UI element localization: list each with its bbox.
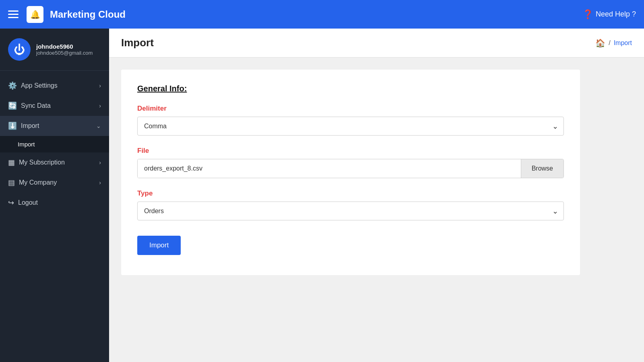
breadcrumb-home-icon[interactable]: 🏠 xyxy=(595,38,605,48)
content-header: Import 🏠 / Import xyxy=(109,29,644,58)
sidebar-subitem-import[interactable]: Import xyxy=(0,136,109,152)
chevron-sync-data: › xyxy=(99,103,101,109)
content-area: Import 🏠 / Import General Info: Delimite… xyxy=(109,29,644,362)
sidebar-item-my-subscription[interactable]: ▦ My Subscription › xyxy=(0,152,109,173)
my-subscription-icon: ▦ xyxy=(8,158,15,167)
delimiter-label: Delimiter xyxy=(137,105,564,113)
app-settings-icon: ⚙️ xyxy=(8,81,17,90)
delimiter-group: Delimiter Comma Semicolon Tab Pipe ⌄ xyxy=(137,105,564,136)
import-icon: ⬇️ xyxy=(8,121,17,130)
file-label: File xyxy=(137,147,564,155)
notification-icon: 🔔 xyxy=(30,10,40,19)
sidebar-item-label-logout: Logout xyxy=(18,199,38,206)
sidebar-item-label-my-subscription: My Subscription xyxy=(19,159,65,166)
help-text: Need Help ? xyxy=(596,10,636,19)
help-link[interactable]: ❓ Need Help ? xyxy=(582,9,636,20)
import-button[interactable]: Import xyxy=(137,236,181,255)
delimiter-select-wrapper: Comma Semicolon Tab Pipe ⌄ xyxy=(137,117,564,136)
chevron-my-subscription: › xyxy=(99,159,101,166)
app-title: Marketing Cloud xyxy=(50,9,126,20)
my-company-icon: ▤ xyxy=(8,178,15,187)
sync-data-icon: 🔄 xyxy=(8,101,17,110)
sidebar-item-label-import: Import xyxy=(21,122,39,130)
header-left: 🔔 Marketing Cloud xyxy=(8,6,126,23)
sidebar-item-app-settings[interactable]: ⚙️ App Settings › xyxy=(0,76,109,96)
chevron-app-settings: › xyxy=(99,82,101,89)
breadcrumb-current: Import xyxy=(614,39,632,47)
user-info: johndoe5960 johndoe505@gmail.com xyxy=(36,43,93,56)
type-select-wrapper: Orders Customers Products ⌄ xyxy=(137,202,564,220)
content-body: General Info: Delimiter Comma Semicolon … xyxy=(109,58,644,362)
form-card: General Info: Delimiter Comma Semicolon … xyxy=(121,70,580,275)
file-input-row: Browse xyxy=(137,159,564,178)
breadcrumb-separator: / xyxy=(609,39,610,47)
page-title: Import xyxy=(121,37,154,49)
user-email: johndoe505@gmail.com xyxy=(36,50,93,56)
sidebar-item-sync-data[interactable]: 🔄 Sync Data › xyxy=(0,96,109,116)
sidebar-item-logout[interactable]: ↪ Logout xyxy=(0,193,109,213)
form-section-title: General Info: xyxy=(137,84,564,93)
type-label: Type xyxy=(137,189,564,197)
breadcrumb: 🏠 / Import xyxy=(595,38,632,48)
help-icon: ❓ xyxy=(582,9,593,20)
browse-button[interactable]: Browse xyxy=(521,159,564,178)
type-select[interactable]: Orders Customers Products xyxy=(137,202,564,220)
sidebar-item-label-app-settings: App Settings xyxy=(21,82,58,89)
delimiter-select[interactable]: Comma Semicolon Tab Pipe xyxy=(137,117,564,136)
notification-button[interactable]: 🔔 xyxy=(27,6,43,23)
file-group: File Browse xyxy=(137,147,564,178)
avatar-icon: ⏻ xyxy=(14,43,25,56)
sidebar-item-my-company[interactable]: ▤ My Company › xyxy=(0,173,109,193)
logout-icon: ↪ xyxy=(8,198,14,207)
chevron-import: ⌄ xyxy=(96,123,101,129)
sidebar-item-label-sync-data: Sync Data xyxy=(21,102,51,109)
hamburger-menu[interactable] xyxy=(8,10,19,18)
sidebar: ⏻ johndoe5960 johndoe505@gmail.com ⚙️ Ap… xyxy=(0,29,109,362)
avatar: ⏻ xyxy=(8,38,31,61)
sidebar-subitem-label-import: Import xyxy=(18,141,35,148)
file-input[interactable] xyxy=(138,159,521,178)
sidebar-item-label-my-company: My Company xyxy=(19,179,57,186)
type-group: Type Orders Customers Products ⌄ xyxy=(137,189,564,220)
sidebar-nav: ⚙️ App Settings › 🔄 Sync Data › ⬇️ Impor… xyxy=(0,71,109,218)
top-header: 🔔 Marketing Cloud ❓ Need Help ? xyxy=(0,0,644,29)
user-section: ⏻ johndoe5960 johndoe505@gmail.com xyxy=(0,29,109,71)
main-layout: ⏻ johndoe5960 johndoe505@gmail.com ⚙️ Ap… xyxy=(0,29,644,362)
username: johndoe5960 xyxy=(36,43,93,50)
sidebar-item-import[interactable]: ⬇️ Import ⌄ xyxy=(0,116,109,136)
chevron-my-company: › xyxy=(99,179,101,186)
